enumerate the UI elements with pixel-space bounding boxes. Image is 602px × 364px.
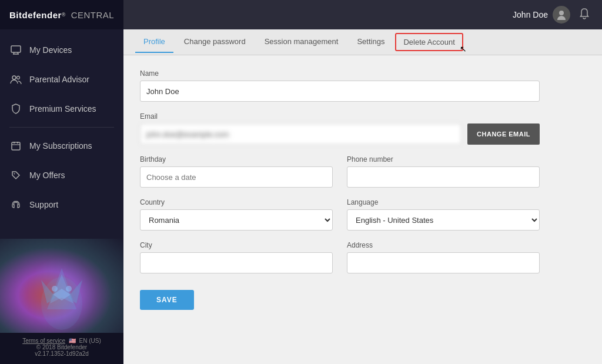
svg-marker-13 (50, 274, 73, 303)
svg-marker-12 (47, 268, 76, 309)
svg-marker-16 (53, 289, 71, 300)
city-group: City (140, 241, 333, 273)
phone-group: Phone number (347, 155, 540, 188)
svg-marker-15 (68, 280, 82, 303)
email-row: Email john.doe@example.com CHANGE EMAIL (140, 112, 540, 145)
sidebar-item-label: My Devices (29, 45, 72, 55)
city-label: City (140, 241, 333, 249)
email-label: Email (140, 112, 461, 121)
sidebar-item-label: Premium Services (29, 104, 96, 113)
sidebar-item-support[interactable]: Support (0, 190, 123, 219)
phone-label: Phone number (347, 155, 540, 163)
brand-name: Bitdefender (9, 10, 62, 20)
address-input[interactable] (347, 252, 540, 273)
tab-change-password[interactable]: Change password (176, 31, 254, 53)
monitor-icon (9, 44, 22, 56)
brand-product: CENTRAL (68, 10, 114, 20)
sidebar-nav: My Devices Parental Advisor Premium S (0, 29, 123, 239)
birthday-label: Birthday (140, 155, 333, 163)
language-select[interactable]: English - United States Romanian German … (347, 209, 540, 231)
phone-input[interactable] (347, 166, 540, 188)
name-group: Name (140, 69, 540, 102)
city-input[interactable] (140, 252, 333, 273)
country-language-row: Country Romania United States United Kin… (140, 198, 540, 231)
tab-delete-account[interactable]: Delete Account (395, 33, 463, 51)
profile-form: Name Email john.doe@example.com CHANGE E… (140, 69, 540, 310)
email-input-wrap: Email john.doe@example.com (140, 112, 461, 145)
svg-point-10 (14, 173, 15, 175)
avatar[interactable] (553, 6, 570, 24)
sidebar-divider (9, 127, 114, 128)
topbar: John Doe (123, 0, 602, 29)
email-blurred-value: john.doe@example.com (140, 123, 461, 145)
svg-marker-14 (41, 280, 56, 303)
copyright: © 2018 Bitdefender (9, 344, 114, 350)
tab-profile[interactable]: Profile (135, 31, 173, 53)
sidebar-item-parental-advisor[interactable]: Parental Advisor (0, 65, 123, 94)
tab-bar: Profile Change password Session manageme… (123, 29, 602, 55)
language-label: Language (347, 198, 540, 206)
name-input[interactable] (140, 81, 540, 102)
tab-settings[interactable]: Settings (349, 31, 393, 53)
sidebar: Bitdefender ® CENTRAL My Devices (0, 0, 123, 364)
save-button[interactable]: SAVE (140, 290, 194, 310)
content-area: Name Email john.doe@example.com CHANGE E… (123, 55, 602, 364)
name-label: Name (140, 69, 540, 78)
sidebar-item-premium-services[interactable]: Premium Services (0, 94, 123, 123)
country-select[interactable]: Romania United States United Kingdom Ger… (140, 209, 333, 231)
users-icon (9, 73, 22, 86)
birthday-phone-row: Birthday Phone number (140, 155, 540, 188)
tag-icon (9, 169, 22, 182)
language-group: Language English - United States Romania… (347, 198, 540, 231)
notification-bell-icon[interactable] (578, 8, 590, 22)
svg-rect-0 (11, 46, 21, 52)
flag-icon: 🇺🇸 (69, 338, 76, 344)
city-address-row: City Address (140, 241, 540, 273)
svg-point-18 (66, 286, 72, 292)
email-group: Email john.doe@example.com CHANGE EMAIL (140, 112, 540, 145)
topbar-user: John Doe (513, 6, 570, 24)
sidebar-background-art (0, 239, 123, 333)
address-group: Address (347, 241, 540, 273)
sidebar-item-label: Parental Advisor (29, 75, 89, 84)
country-group: Country Romania United States United Kin… (140, 198, 333, 231)
headset-icon (9, 198, 22, 211)
address-label: Address (347, 241, 540, 249)
calendar-icon (9, 139, 22, 152)
svg-rect-6 (12, 142, 20, 150)
brand-reg: ® (62, 12, 66, 18)
sidebar-footer: Terms of service 🇺🇸 EN (US) © 2018 Bitde… (0, 333, 123, 364)
svg-point-19 (559, 11, 564, 15)
user-name: John Doe (513, 10, 548, 19)
app-logo: Bitdefender ® CENTRAL (0, 0, 123, 29)
svg-point-5 (17, 76, 20, 79)
tab-session-management[interactable]: Session management (256, 31, 347, 53)
sidebar-item-label: My Offers (29, 171, 65, 180)
sidebar-item-my-offers[interactable]: My Offers (0, 161, 123, 190)
change-email-button[interactable]: CHANGE EMAIL (467, 123, 540, 145)
country-label: Country (140, 198, 333, 206)
version: v2.17.1352-1d92a2d (9, 350, 114, 357)
svg-point-17 (52, 286, 58, 292)
shield-icon (9, 102, 22, 115)
birthday-input[interactable] (140, 166, 333, 188)
terms-of-service-link[interactable]: Terms of service (22, 338, 65, 344)
svg-point-11 (41, 277, 82, 330)
sidebar-item-my-subscriptions[interactable]: My Subscriptions (0, 131, 123, 161)
birthday-group: Birthday (140, 155, 333, 188)
sidebar-item-my-devices[interactable]: My Devices (0, 35, 123, 65)
sidebar-item-label: My Subscriptions (29, 141, 92, 151)
svg-point-4 (12, 76, 16, 79)
main-content: John Doe Profile Change password Session… (123, 0, 602, 364)
name-row: Name (140, 69, 540, 102)
language-code: EN (US) (79, 338, 101, 344)
sidebar-item-label: Support (29, 200, 58, 209)
